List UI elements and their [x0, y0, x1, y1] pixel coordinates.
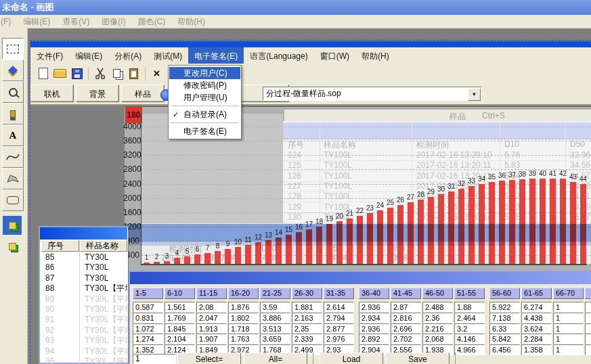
list-item[interactable]: 94TY30L【平均】 — [40, 346, 127, 357]
table-cell[interactable]: 2.047 — [196, 313, 227, 323]
range-column-header[interactable]: 56-60 — [489, 288, 520, 299]
sop-combo-box[interactable]: 分过程-微量样品.sop ▼ — [263, 87, 482, 101]
table-cell[interactable]: 2.892 — [359, 334, 389, 344]
table-cell[interactable]: 2.696 — [391, 323, 421, 334]
table-cell[interactable]: 2.35 — [292, 323, 322, 334]
table-cell[interactable]: 2.068 — [422, 334, 453, 344]
sample-list-title-bar[interactable] — [40, 227, 127, 240]
table-cell[interactable]: 1.876 — [228, 302, 259, 313]
menu-item-用户管理(U)[interactable]: 用户管理(U) — [169, 91, 240, 104]
table-cell[interactable]: 1.561 — [165, 302, 195, 313]
save-icon[interactable] — [69, 66, 85, 81]
table-cell[interactable]: 1.881 — [292, 302, 322, 313]
app-menu-item[interactable]: 帮助(H) — [355, 47, 395, 64]
app-menu-item[interactable]: 测试(M) — [148, 47, 188, 64]
cut-icon[interactable] — [92, 66, 108, 81]
table-cell[interactable]: 1 — [553, 323, 584, 334]
table-cell[interactable]: 2.936 — [359, 323, 389, 334]
chevron-down-icon[interactable]: ▼ — [468, 88, 481, 101]
table-cell[interactable]: 2.488 — [422, 302, 453, 313]
range-column-header[interactable]: 61-65 — [521, 288, 552, 299]
table-cell[interactable]: 1.802 — [228, 313, 259, 323]
paste-icon[interactable] — [126, 66, 141, 81]
table-cell[interactable]: 2.87 — [391, 302, 421, 313]
list-item[interactable]: 95TY30L【平均】 — [40, 357, 127, 364]
range-column-header[interactable]: 66-70 — [553, 288, 584, 299]
table-cell[interactable]: 4.966 — [454, 344, 485, 355]
menu-item-电子签名(E)[interactable]: 电子签名(E) — [169, 125, 240, 137]
table-cell[interactable]: 2.934 — [359, 313, 389, 323]
range-column-header[interactable]: 21-25 — [260, 288, 290, 299]
paint-menu-item[interactable]: 帮助(H) — [171, 15, 211, 29]
paste-opaque-option[interactable] — [3, 216, 22, 235]
count-input[interactable]: 1 — [133, 354, 176, 364]
table-cell[interactable]: 4.438 — [521, 313, 552, 323]
range-column-header[interactable]: 1-5 — [133, 288, 163, 299]
table-cell[interactable]: 6.33 — [489, 323, 520, 334]
range-column-header[interactable]: 31-35 — [324, 288, 354, 299]
app-menu-item[interactable]: 编辑(E) — [69, 47, 108, 64]
menu-item-自动登录(A)[interactable]: 自动登录(A)✓ — [169, 108, 240, 120]
range-column-header[interactable]: 6-10 — [165, 288, 195, 299]
table-cell[interactable]: 3.886 — [260, 313, 290, 323]
list-item[interactable]: 90TY30L【平均】 — [40, 304, 127, 315]
table-cell[interactable]: 0.587 — [133, 302, 163, 313]
list-item[interactable]: 86TY30L — [40, 263, 127, 273]
table-cell[interactable]: 1.88 — [454, 302, 485, 313]
control-button-Save[interactable]: Save — [386, 352, 450, 364]
table-cell[interactable]: 1.845 — [165, 323, 195, 334]
table-cell[interactable]: 2.36 — [422, 313, 453, 323]
curve-tool[interactable] — [2, 146, 24, 168]
fill-tool[interactable] — [2, 60, 24, 81]
table-cell[interactable]: 1.913 — [196, 323, 227, 334]
table-cell[interactable]: 1 — [553, 334, 584, 344]
table-cell[interactable]: 0.831 — [133, 313, 163, 323]
table-cell[interactable]: 2.976 — [324, 334, 354, 344]
table-cell[interactable]: 1.763 — [228, 334, 259, 344]
distribution-title-bar[interactable] — [130, 272, 591, 284]
table-cell[interactable]: 6.456 — [489, 344, 520, 355]
table-cell[interactable]: 2.794 — [324, 313, 354, 323]
table-cell[interactable]: 3.659 — [260, 334, 290, 344]
copy-icon[interactable] — [109, 66, 125, 81]
table-cell[interactable]: 1.358 — [521, 344, 552, 355]
app-menu-item[interactable]: 语言(Language) — [244, 47, 313, 64]
table-cell[interactable]: 4.146 — [454, 334, 485, 344]
app-button-背景[interactable]: 背景 — [76, 85, 119, 102]
control-button-All[interactable]: All= — [244, 352, 307, 364]
table-cell[interactable]: 2.08 — [196, 302, 227, 313]
table-cell[interactable]: 2.163 — [292, 313, 322, 323]
table-cell[interactable]: 1.072 — [133, 323, 163, 334]
control-button-Select[interactable]: Select= — [177, 352, 241, 364]
paint-menu-item[interactable]: 编辑(E) — [17, 15, 56, 29]
app-menu-item[interactable]: 分析(A) — [108, 47, 148, 64]
control-button-Load[interactable]: Load — [320, 352, 383, 364]
menu-item-更改用户(C)[interactable]: 更改用户(C) — [169, 67, 240, 79]
table-cell[interactable]: 1 — [553, 313, 584, 323]
table-cell[interactable]: 2.936 — [359, 302, 389, 313]
magnifier-tool[interactable] — [2, 81, 24, 103]
table-cell[interactable]: 2.216 — [422, 323, 453, 334]
table-cell[interactable]: 1 — [553, 302, 584, 313]
paint-menu-item[interactable]: (F) — [0, 16, 17, 28]
text-tool[interactable]: A — [2, 124, 24, 146]
table-cell[interactable]: 2.104 — [165, 334, 195, 344]
range-column-header[interactable]: 36-40 — [359, 288, 389, 299]
list-item[interactable]: 88TY30L【平均】 — [40, 283, 127, 294]
range-column-header[interactable]: 16-20 — [228, 288, 259, 299]
list-item[interactable]: 89TY30L【平均】 — [40, 294, 127, 304]
select-tool[interactable] — [2, 38, 24, 60]
table-cell[interactable]: 1 — [553, 344, 584, 355]
table-cell[interactable]: 2.614 — [324, 302, 354, 313]
table-cell[interactable]: 2.702 — [391, 334, 421, 344]
menu-item-修改密码(P)[interactable]: 修改密码(P) — [169, 79, 240, 91]
paste-transparent-option[interactable] — [3, 237, 22, 256]
table-cell[interactable]: 1.769 — [165, 313, 195, 323]
table-cell[interactable]: 3.59 — [260, 302, 290, 313]
range-column-header[interactable]: 26-30 — [292, 288, 322, 299]
brush-tool[interactable] — [2, 103, 24, 124]
delete-icon[interactable]: × — [149, 66, 165, 81]
table-cell[interactable]: 2.284 — [521, 334, 552, 344]
polygon-tool[interactable] — [2, 168, 24, 189]
range-column-header[interactable]: 51-55 — [454, 288, 485, 299]
